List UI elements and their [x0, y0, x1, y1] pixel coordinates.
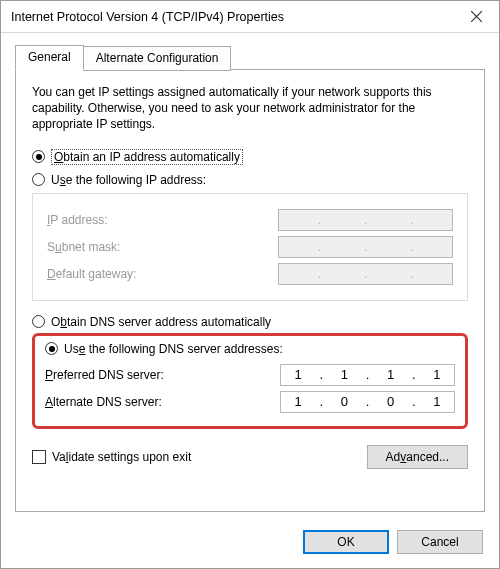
tabstrip: General Alternate Configuration	[15, 45, 485, 70]
titlebar: Internet Protocol Version 4 (TCP/IPv4) P…	[1, 1, 499, 33]
input-default-gateway: ...	[278, 263, 453, 285]
checkbox-validate-on-exit[interactable]: Validate settings upon exit	[32, 450, 191, 464]
description-text: You can get IP settings assigned automat…	[32, 84, 468, 133]
row-subnet-mask: Subnet mask: ...	[47, 236, 453, 258]
radio-label: Use the following IP address:	[51, 173, 206, 187]
radio-icon	[45, 342, 58, 355]
label-subnet-mask: Subnet mask:	[47, 240, 120, 254]
input-subnet-mask: ...	[278, 236, 453, 258]
bottom-row: Validate settings upon exit Advanced...	[32, 445, 468, 469]
row-default-gateway: Default gateway: ...	[47, 263, 453, 285]
row-ip-address: IP address: ...	[47, 209, 453, 231]
radio-label: Obtain an IP address automatically	[51, 149, 243, 165]
radio-obtain-dns-automatically[interactable]: Obtain DNS server address automatically	[32, 315, 468, 329]
label-ip-address: IP address:	[47, 213, 108, 227]
cancel-button[interactable]: Cancel	[397, 530, 483, 554]
radio-icon	[32, 173, 45, 186]
radio-obtain-ip-automatically[interactable]: Obtain an IP address automatically	[32, 149, 468, 165]
radio-icon	[32, 315, 45, 328]
radio-use-following-dns[interactable]: Use the following DNS server addresses:	[45, 342, 455, 356]
ok-button[interactable]: OK	[303, 530, 389, 554]
checkbox-label: Validate settings upon exit	[52, 450, 191, 464]
checkbox-icon	[32, 450, 46, 464]
label-preferred-dns: Preferred DNS server:	[45, 368, 164, 382]
row-preferred-dns: Preferred DNS server: 1. 1. 1. 1	[45, 364, 455, 386]
highlight-box: Use the following DNS server addresses: …	[32, 333, 468, 429]
ip-settings-group: IP address: ... Subnet mask: ... Default…	[32, 193, 468, 301]
client-area: General Alternate Configuration You can …	[1, 33, 499, 520]
input-ip-address: ...	[278, 209, 453, 231]
input-alternate-dns[interactable]: 1. 0. 0. 1	[280, 391, 455, 413]
tcpip4-properties-dialog: Internet Protocol Version 4 (TCP/IPv4) P…	[0, 0, 500, 569]
tab-alternate-configuration[interactable]: Alternate Configuration	[83, 46, 232, 71]
radio-label: Use the following DNS server addresses:	[64, 342, 283, 356]
tab-general[interactable]: General	[15, 45, 84, 70]
row-alternate-dns: Alternate DNS server: 1. 0. 0. 1	[45, 391, 455, 413]
radio-use-following-ip[interactable]: Use the following IP address:	[32, 173, 468, 187]
label-default-gateway: Default gateway:	[47, 267, 136, 281]
radio-icon	[32, 150, 45, 163]
window-title: Internet Protocol Version 4 (TCP/IPv4) P…	[1, 10, 453, 24]
radio-label: Obtain DNS server address automatically	[51, 315, 271, 329]
tabpanel-general: You can get IP settings assigned automat…	[15, 69, 485, 512]
label-alternate-dns: Alternate DNS server:	[45, 395, 162, 409]
close-button[interactable]	[453, 1, 499, 32]
dialog-footer: OK Cancel	[1, 520, 499, 568]
input-preferred-dns[interactable]: 1. 1. 1. 1	[280, 364, 455, 386]
advanced-button[interactable]: Advanced...	[367, 445, 468, 469]
close-icon	[471, 11, 482, 22]
